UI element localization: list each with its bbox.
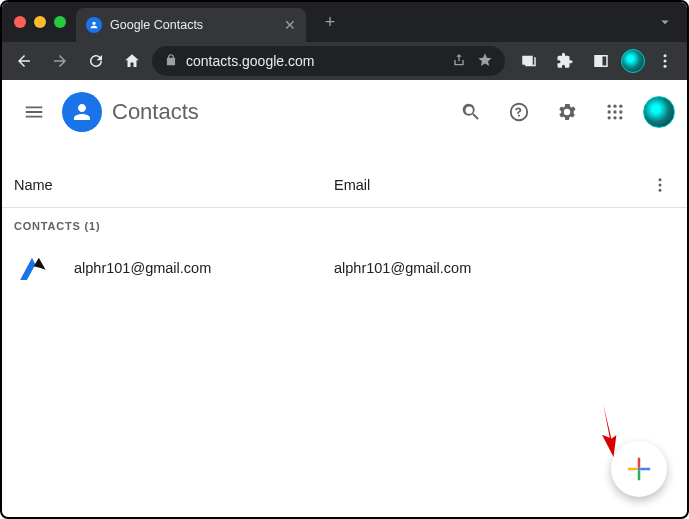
svg-point-2 bbox=[664, 65, 667, 68]
sidepanel-icon[interactable] bbox=[585, 45, 617, 77]
svg-point-11 bbox=[619, 116, 622, 119]
settings-button[interactable] bbox=[547, 92, 587, 132]
svg-rect-16 bbox=[638, 470, 641, 480]
tab-overview-icon[interactable] bbox=[513, 45, 545, 77]
new-tab-button[interactable]: + bbox=[316, 8, 344, 36]
contact-row[interactable]: alphr101@gmail.com alphr101@gmail.com bbox=[2, 240, 687, 296]
browser-tab-active[interactable]: Google Contacts ✕ bbox=[76, 8, 306, 42]
tabs-dropdown-icon[interactable] bbox=[651, 8, 679, 36]
google-apps-button[interactable] bbox=[595, 92, 635, 132]
nav-reload-button[interactable] bbox=[80, 45, 112, 77]
browser-menu-icon[interactable] bbox=[649, 45, 681, 77]
svg-point-6 bbox=[608, 110, 611, 113]
svg-rect-19 bbox=[638, 468, 641, 471]
address-bar[interactable]: contacts.google.com bbox=[152, 46, 505, 76]
help-button[interactable] bbox=[499, 92, 539, 132]
svg-rect-15 bbox=[638, 458, 641, 468]
list-options-button[interactable] bbox=[645, 176, 675, 194]
contact-avatar-icon bbox=[14, 250, 50, 286]
list-column-header: Name Email bbox=[2, 162, 687, 208]
contact-email: alphr101@gmail.com bbox=[334, 260, 675, 276]
extensions-icon[interactable] bbox=[549, 45, 581, 77]
svg-point-7 bbox=[613, 110, 616, 113]
svg-point-0 bbox=[664, 54, 667, 57]
tab-favicon-icon bbox=[86, 17, 102, 33]
svg-rect-17 bbox=[628, 468, 638, 471]
bookmark-star-icon[interactable] bbox=[477, 52, 493, 71]
window-minimize-button[interactable] bbox=[34, 16, 46, 28]
browser-tab-strip: Google Contacts ✕ + bbox=[2, 2, 687, 42]
svg-point-4 bbox=[613, 105, 616, 108]
svg-point-13 bbox=[659, 183, 662, 186]
window-controls bbox=[10, 16, 76, 28]
account-avatar[interactable] bbox=[643, 96, 675, 128]
app-header: Contacts bbox=[2, 80, 687, 144]
svg-point-5 bbox=[619, 105, 622, 108]
nav-forward-button[interactable] bbox=[44, 45, 76, 77]
column-name-header: Name bbox=[14, 177, 334, 193]
svg-point-1 bbox=[664, 60, 667, 63]
app-title: Contacts bbox=[112, 99, 199, 125]
browser-profile-avatar[interactable] bbox=[621, 49, 645, 73]
url-text: contacts.google.com bbox=[186, 53, 314, 69]
window-close-button[interactable] bbox=[14, 16, 26, 28]
tab-title: Google Contacts bbox=[110, 18, 203, 32]
lock-icon bbox=[164, 53, 178, 70]
window-fullscreen-button[interactable] bbox=[54, 16, 66, 28]
column-email-header: Email bbox=[334, 177, 645, 193]
svg-point-8 bbox=[619, 110, 622, 113]
svg-point-3 bbox=[608, 105, 611, 108]
svg-rect-18 bbox=[640, 468, 650, 471]
svg-point-14 bbox=[659, 188, 662, 191]
tab-close-icon[interactable]: ✕ bbox=[284, 17, 296, 33]
browser-toolbar: contacts.google.com bbox=[2, 42, 687, 80]
svg-point-12 bbox=[659, 178, 662, 181]
nav-home-button[interactable] bbox=[116, 45, 148, 77]
nav-back-button[interactable] bbox=[8, 45, 40, 77]
contacts-section-label: CONTACTS (1) bbox=[2, 208, 687, 240]
search-button[interactable] bbox=[451, 92, 491, 132]
share-icon[interactable] bbox=[451, 52, 467, 71]
svg-point-10 bbox=[613, 116, 616, 119]
svg-point-9 bbox=[608, 116, 611, 119]
contact-name: alphr101@gmail.com bbox=[74, 260, 334, 276]
contacts-logo-icon bbox=[62, 92, 102, 132]
main-menu-button[interactable] bbox=[14, 92, 54, 132]
